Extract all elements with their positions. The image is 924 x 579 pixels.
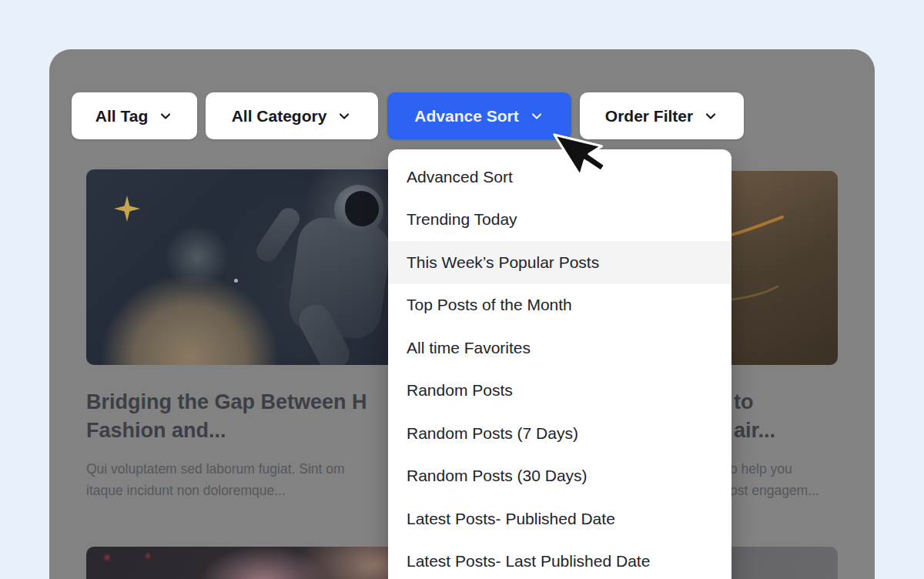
order-filter-label: Order Filter: [605, 107, 693, 126]
dropdown-item[interactable]: This Week’s Popular Posts: [388, 241, 732, 284]
all-category-filter-label: All Category: [232, 107, 327, 126]
post-excerpt: Qui voluptatem sed laborum fugiat. Sint …: [86, 459, 388, 504]
post-excerpt-line1: o help you: [730, 459, 838, 480]
chevron-down-icon: [703, 109, 718, 124]
post-title[interactable]: to air...: [734, 388, 838, 448]
post-title-line1: to: [734, 388, 838, 417]
all-category-filter-button[interactable]: All Category: [206, 92, 378, 139]
page-background: Bridging the Gap Between H Fashion and..…: [0, 0, 924, 579]
mouse-cursor-icon: [551, 132, 607, 179]
post-excerpt-line1: Qui voluptatem sed laborum fugiat. Sint …: [86, 459, 388, 480]
all-tag-filter-button[interactable]: All Tag: [72, 92, 197, 139]
post-title-line2: air...: [734, 417, 838, 445]
post-excerpt-line2: itaque incidunt non doloremque...: [86, 480, 388, 502]
chevron-down-icon: [529, 109, 544, 124]
all-tag-filter-label: All Tag: [95, 107, 148, 126]
dropdown-item[interactable]: All time Favorites: [388, 326, 732, 370]
astronaut-visor: [345, 191, 379, 226]
dropdown-item[interactable]: Latest Posts- Last Published Date: [388, 541, 732, 579]
post-excerpt: o help you ost engagem...: [730, 459, 838, 504]
post-title-line1: Bridging the Gap Between H: [86, 388, 388, 417]
dropdown-item[interactable]: Random Posts (7 Days): [388, 412, 732, 455]
dropdown-item[interactable]: Random Posts (30 Days): [388, 455, 732, 498]
dropdown-item[interactable]: Latest Posts- Published Date: [388, 497, 732, 541]
advance-sort-filter-button[interactable]: Advance Sort: [387, 92, 571, 139]
dropdown-item[interactable]: Trending Today: [388, 199, 732, 242]
dropdown-item[interactable]: Random Posts: [388, 370, 732, 413]
post-title[interactable]: Bridging the Gap Between H Fashion and..…: [86, 388, 388, 448]
dropdown-item[interactable]: Top Posts of the Month: [388, 284, 732, 327]
post-excerpt-line2: ost engagem...: [730, 480, 838, 502]
post-title-line2: Fashion and...: [86, 417, 388, 445]
advance-sort-dropdown-menu: Advanced SortTrending TodayThis Week’s P…: [388, 149, 732, 579]
advance-sort-filter-label: Advance Sort: [414, 107, 518, 126]
chevron-down-icon: [158, 109, 173, 124]
sparkle-star-icon: [114, 196, 140, 222]
star-icon: [234, 279, 238, 283]
chevron-down-icon: [336, 109, 352, 124]
